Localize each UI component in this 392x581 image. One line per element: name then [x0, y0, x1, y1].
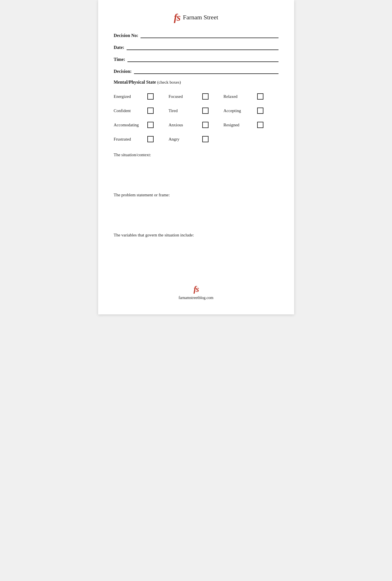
focused-label: Focused [169, 94, 197, 99]
accepting-checkbox[interactable] [257, 108, 263, 114]
accepting-item: Accepting [224, 104, 278, 117]
angry-checkbox[interactable] [202, 136, 209, 142]
footer-url: farnamstreetblog.com [179, 296, 213, 300]
relaxed-item: Relaxed [224, 90, 278, 103]
checkbox-row-4: Frustrated Angry [114, 133, 278, 146]
footer-logo-icon: fs [114, 284, 278, 294]
checkbox-row-2: Confident Tired Accepting [114, 104, 278, 117]
decision-no-line [141, 32, 278, 38]
decision-no-label: Decision No: [114, 33, 139, 38]
tired-item: Tired [169, 104, 224, 117]
footer: fs farnamstreetblog.com [114, 284, 278, 303]
variables-label: The variables that govern the situation … [114, 233, 278, 238]
accomodating-label: Accomodating [114, 123, 142, 127]
resigned-label: Resigned [224, 123, 252, 127]
time-row: Time: [114, 56, 278, 62]
anxious-item: Anxious [169, 118, 224, 131]
problem-section: The problem statement or frame: [114, 193, 278, 233]
page: fs Farnam Street Decision No: Date: Time… [98, 0, 294, 314]
situation-label: The situation/context: [114, 153, 278, 157]
anxious-label: Anxious [169, 123, 197, 127]
frustrated-item: Frustrated [114, 133, 169, 146]
mental-physical-note: (check boxes) [157, 80, 181, 85]
situation-space [114, 158, 278, 193]
frustrated-checkbox[interactable] [147, 136, 154, 142]
header-logo-text: Farnam Street [183, 14, 218, 21]
angry-label: Angry [169, 137, 197, 142]
time-line [127, 56, 278, 62]
date-row: Date: [114, 44, 278, 50]
header: fs Farnam Street [114, 11, 278, 23]
confident-item: Confident [114, 104, 169, 117]
mental-physical-title: Mental/Physical State (check boxes) [114, 80, 278, 85]
relaxed-checkbox[interactable] [257, 93, 263, 100]
resigned-item: Resigned [224, 118, 278, 131]
angry-item: Angry [169, 133, 224, 146]
tired-checkbox[interactable] [202, 108, 209, 114]
anxious-checkbox[interactable] [202, 122, 209, 128]
decision-line [134, 68, 278, 74]
energized-checkbox[interactable] [147, 93, 154, 100]
date-line [127, 44, 278, 50]
focused-item: Focused [169, 90, 224, 103]
frustrated-label: Frustrated [114, 137, 142, 142]
checkbox-row-3: Accomodating Anxious Resigned [114, 118, 278, 131]
checkbox-row-1: Energized Focused Relaxed [114, 90, 278, 103]
decision-no-row: Decision No: [114, 32, 278, 38]
decision-row: Decision: [114, 68, 278, 74]
time-label: Time: [114, 57, 125, 62]
tired-label: Tired [169, 108, 197, 113]
accomodating-checkbox[interactable] [147, 122, 154, 128]
problem-space [114, 199, 278, 233]
header-logo-icon: fs [174, 11, 180, 23]
situation-section: The situation/context: [114, 153, 278, 193]
accepting-label: Accepting [224, 108, 252, 113]
problem-label: The problem statement or frame: [114, 193, 278, 197]
energized-item: Energized [114, 90, 169, 103]
resigned-checkbox[interactable] [257, 122, 263, 128]
energized-label: Energized [114, 94, 142, 99]
date-label: Date: [114, 45, 124, 50]
decision-label: Decision: [114, 69, 132, 74]
relaxed-label: Relaxed [224, 94, 252, 99]
variables-section: The variables that govern the situation … [114, 233, 278, 273]
accomodating-item: Accomodating [114, 118, 169, 131]
confident-label: Confident [114, 108, 142, 113]
variables-space [114, 239, 278, 273]
focused-checkbox[interactable] [202, 93, 209, 100]
confident-checkbox[interactable] [147, 108, 154, 114]
